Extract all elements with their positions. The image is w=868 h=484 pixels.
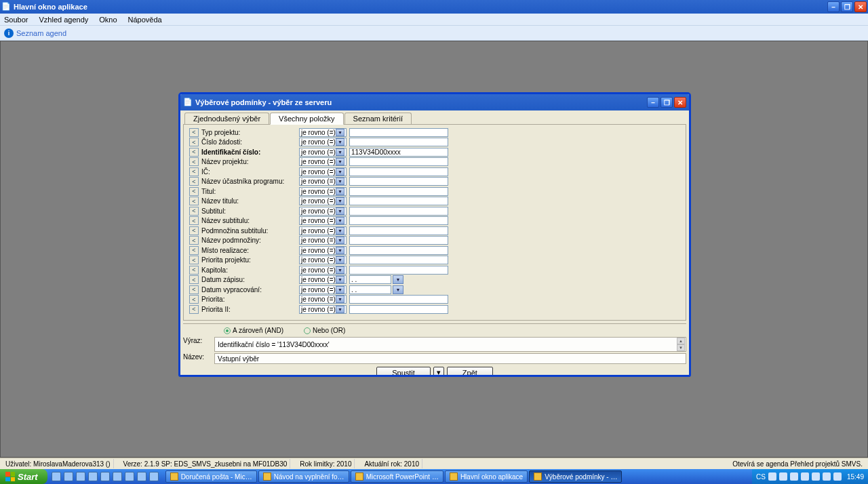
value-input[interactable]	[349, 216, 448, 225]
operator-select[interactable]: je rovno (=)▼	[299, 285, 347, 294]
seznam-agend-link[interactable]: Seznam agend	[16, 29, 66, 37]
expr-scroll[interactable]: ▲▼	[677, 338, 685, 351]
tab-simple[interactable]: Zjednodušený výběr	[184, 113, 269, 124]
value-input[interactable]	[349, 256, 448, 264]
run-button[interactable]: Spustit	[376, 367, 431, 377]
operator-select[interactable]: je rovno (=)▼	[299, 275, 347, 284]
row-back-button[interactable]: <	[189, 275, 199, 284]
value-input[interactable]	[349, 226, 448, 235]
tray-icon[interactable]	[790, 472, 798, 481]
value-input[interactable]	[349, 177, 448, 186]
row-back-button[interactable]: <	[189, 226, 199, 235]
operator-select[interactable]: je rovno (=)▼	[299, 138, 347, 146]
date-dropdown-button[interactable]: ▼	[393, 275, 403, 284]
maximize-button[interactable]: ❐	[841, 1, 853, 12]
tab-criteria[interactable]: Seznam kritérií	[344, 113, 412, 124]
row-back-button[interactable]: <	[189, 197, 199, 205]
operator-select[interactable]: je rovno (=)▼	[299, 256, 347, 264]
ql-icon[interactable]	[149, 472, 159, 481]
lang-indicator[interactable]: CS	[756, 473, 766, 481]
tray-icon[interactable]	[823, 472, 831, 481]
back-button[interactable]: Zpět	[447, 367, 493, 377]
tray-icon[interactable]	[812, 472, 820, 481]
dialog-maximize-button[interactable]: ❐	[660, 97, 673, 108]
value-input[interactable]	[349, 157, 448, 166]
value-input[interactable]	[349, 128, 448, 137]
value-input[interactable]: 113V34D00xxxx	[349, 148, 448, 157]
tray-icon[interactable]	[779, 472, 787, 481]
operator-select[interactable]: je rovno (=)▼	[299, 266, 347, 275]
row-back-button[interactable]: <	[189, 157, 199, 166]
operator-select[interactable]: je rovno (=)▼	[299, 177, 347, 186]
ql-icon[interactable]	[137, 472, 146, 481]
ql-icon[interactable]	[125, 472, 134, 481]
radio-and[interactable]: A zároveň (AND)	[224, 327, 283, 334]
radio-or[interactable]: Nebo (OR)	[304, 327, 345, 334]
value-input[interactable]	[349, 138, 448, 146]
ql-icon[interactable]	[100, 472, 110, 481]
ql-icon[interactable]	[113, 472, 122, 481]
menu-napoveda[interactable]: Nápověda	[128, 16, 162, 24]
run-dropdown-button[interactable]: ▾	[433, 367, 444, 377]
close-button[interactable]: ✕	[854, 1, 867, 12]
value-input[interactable]	[349, 236, 448, 245]
menu-vzhled[interactable]: Vzhled agendy	[39, 16, 88, 24]
value-input[interactable]	[349, 207, 448, 216]
row-back-button[interactable]: <	[189, 256, 199, 264]
row-back-button[interactable]: <	[189, 177, 199, 186]
value-input[interactable]	[349, 246, 448, 255]
value-input[interactable]	[349, 167, 448, 176]
ql-icon[interactable]	[52, 472, 61, 481]
menu-okno[interactable]: Okno	[99, 16, 117, 24]
value-input[interactable]	[349, 197, 448, 205]
operator-select[interactable]: je rovno (=)▼	[299, 148, 347, 157]
row-back-button[interactable]: <	[189, 266, 199, 275]
operator-select[interactable]: je rovno (=)▼	[299, 207, 347, 216]
row-back-button[interactable]: <	[189, 187, 199, 196]
minimize-button[interactable]: –	[827, 1, 840, 12]
task-button[interactable]: Návod na vyplnění fo…	[258, 470, 349, 483]
task-button[interactable]: Doručená pošta - Mic…	[165, 470, 257, 483]
value-input[interactable]	[349, 187, 448, 196]
operator-select[interactable]: je rovno (=)▼	[299, 197, 347, 205]
tray-icon[interactable]	[801, 472, 809, 481]
operator-select[interactable]: je rovno (=)▼	[299, 246, 347, 255]
value-input[interactable]	[349, 305, 448, 314]
tray-icon[interactable]	[768, 472, 776, 481]
name-input[interactable]	[218, 355, 683, 363]
operator-select[interactable]: je rovno (=)▼	[299, 128, 347, 137]
row-back-button[interactable]: <	[189, 148, 199, 157]
operator-select[interactable]: je rovno (=)▼	[299, 305, 347, 314]
row-back-button[interactable]: <	[189, 246, 199, 255]
name-box[interactable]	[214, 353, 686, 364]
operator-select[interactable]: je rovno (=)▼	[299, 226, 347, 235]
operator-select[interactable]: je rovno (=)▼	[299, 157, 347, 166]
operator-select[interactable]: je rovno (=)▼	[299, 295, 347, 304]
row-back-button[interactable]: <	[189, 138, 199, 146]
value-input[interactable]	[349, 295, 448, 304]
operator-select[interactable]: je rovno (=)▼	[299, 167, 347, 176]
value-input[interactable]: . .	[349, 285, 391, 294]
task-button[interactable]: Výběrové podmínky - …	[529, 470, 622, 483]
row-back-button[interactable]: <	[189, 207, 199, 216]
start-button[interactable]: Start	[0, 469, 47, 484]
operator-select[interactable]: je rovno (=)▼	[299, 216, 347, 225]
operator-select[interactable]: je rovno (=)▼	[299, 236, 347, 245]
row-back-button[interactable]: <	[189, 128, 199, 137]
ql-icon[interactable]	[64, 472, 73, 481]
row-back-button[interactable]: <	[189, 216, 199, 225]
value-input[interactable]	[349, 266, 448, 275]
dialog-minimize-button[interactable]: –	[647, 97, 659, 108]
row-back-button[interactable]: <	[189, 285, 199, 294]
row-back-button[interactable]: <	[189, 236, 199, 245]
tab-all[interactable]: Všechny položky	[270, 113, 344, 125]
menu-soubor[interactable]: Soubor	[4, 16, 28, 24]
row-back-button[interactable]: <	[189, 167, 199, 176]
row-back-button[interactable]: <	[189, 305, 199, 314]
ql-icon[interactable]	[76, 472, 85, 481]
dialog-close-button[interactable]: ✕	[674, 97, 686, 108]
task-button[interactable]: Microsoft PowerPoint …	[351, 470, 443, 483]
operator-select[interactable]: je rovno (=)▼	[299, 187, 347, 196]
value-input[interactable]: . .	[349, 275, 391, 284]
row-back-button[interactable]: <	[189, 295, 199, 304]
